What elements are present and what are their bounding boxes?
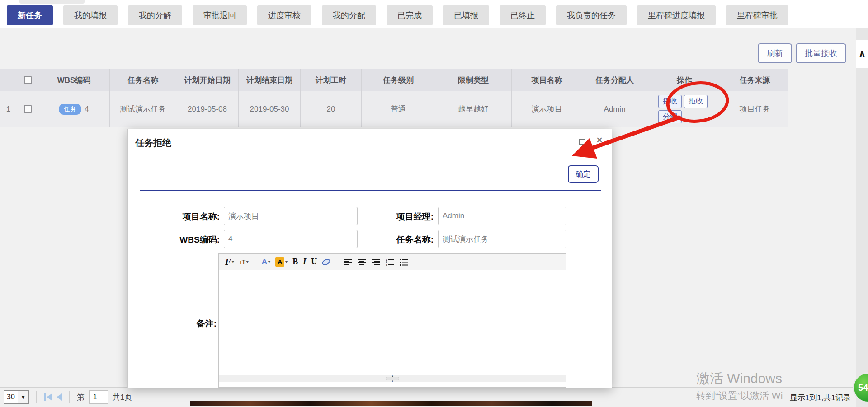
app-page: 新任务 我的填报 我的分解 审批退回 进度审核 我的分配 已完成 已填报 已终止… bbox=[0, 0, 868, 407]
row-checkbox[interactable] bbox=[24, 105, 32, 113]
first-page-icon bbox=[44, 393, 46, 401]
batch-accept-button[interactable]: 批量接收 bbox=[796, 43, 846, 63]
my-decompose-button[interactable]: 我的分解 bbox=[128, 5, 182, 25]
task-toolbar: 新任务 我的填报 我的分解 审批退回 进度审核 我的分配 已完成 已填报 已终止… bbox=[7, 5, 788, 25]
scroll-up-icon[interactable]: ∧ bbox=[856, 40, 868, 68]
first-page-button[interactable] bbox=[44, 393, 52, 401]
cell-source: 项目任务 bbox=[722, 91, 788, 127]
ordered-list-icon[interactable]: 123 bbox=[386, 258, 395, 266]
vertical-scrollbar[interactable]: ∧ bbox=[856, 28, 868, 407]
editor-toolbar: F▾ ᴛT▾ A▾ A▾ B I U bbox=[219, 254, 566, 270]
editor-resize-handle[interactable]: ▴ ▾ bbox=[219, 375, 566, 382]
table-header-row: WBS编码 任务名称 计划开始日期 计划结束日期 计划工时 任务级别 限制类型 … bbox=[0, 69, 788, 91]
header-project: 项目名称 bbox=[512, 69, 582, 91]
font-size-icon[interactable]: ᴛT▾ bbox=[239, 258, 249, 266]
prev-page-icon bbox=[57, 393, 62, 401]
remove-format-icon[interactable] bbox=[322, 259, 330, 265]
underline-icon[interactable]: U bbox=[311, 257, 317, 267]
windows-activation-hint: 转到“设置”以激活 Wi bbox=[696, 389, 783, 402]
page-number-input[interactable] bbox=[89, 390, 108, 404]
cell-constraint: 越早越好 bbox=[435, 91, 512, 127]
completed-button[interactable]: 已完成 bbox=[387, 5, 433, 25]
rich-text-editor: F▾ ᴛT▾ A▾ A▾ B I U bbox=[218, 253, 566, 388]
divider bbox=[69, 391, 70, 403]
accept-button[interactable]: 接收 bbox=[658, 95, 682, 108]
wbs-code-field[interactable] bbox=[224, 230, 358, 248]
header-ops: 操作 bbox=[647, 69, 722, 91]
confirm-button[interactable]: 确定 bbox=[568, 165, 599, 183]
header-source: 任务来源 bbox=[722, 69, 788, 91]
new-task-button[interactable]: 新任务 bbox=[7, 5, 53, 25]
header-checkbox-cell bbox=[17, 69, 38, 91]
project-name-field[interactable] bbox=[224, 207, 358, 225]
task-type-badge: 任务 bbox=[59, 104, 81, 115]
pagination-controls: 30 ▼ 第 共1页 bbox=[4, 390, 132, 404]
close-icon[interactable]: × bbox=[596, 135, 603, 145]
row-checkbox-cell bbox=[17, 91, 38, 127]
chevron-down-icon: ▼ bbox=[18, 391, 28, 403]
cut-off-button bbox=[19, 0, 85, 4]
row-number: 1 bbox=[0, 91, 17, 127]
unordered-list-icon[interactable] bbox=[400, 258, 409, 266]
resize-down-icon: ▾ bbox=[392, 380, 393, 382]
my-assignment-button[interactable]: 我的分配 bbox=[322, 5, 376, 25]
prev-page-button[interactable] bbox=[57, 393, 62, 401]
approval-return-button[interactable]: 审批退回 bbox=[193, 5, 247, 25]
header-constraint: 限制类型 bbox=[435, 69, 512, 91]
page-size-value: 30 bbox=[4, 391, 18, 403]
font-family-icon[interactable]: F▾ bbox=[225, 257, 234, 267]
milestone-progress-button[interactable]: 里程碑进度填报 bbox=[637, 5, 716, 25]
bold-icon[interactable]: B bbox=[292, 257, 298, 267]
align-left-icon[interactable] bbox=[344, 258, 353, 266]
text-color-icon[interactable]: A▾ bbox=[262, 257, 270, 267]
header-plan-hours: 计划工时 bbox=[301, 69, 362, 91]
header-assigner: 任务分配人 bbox=[582, 69, 647, 91]
records-summary: 显示1到1,共1记录 bbox=[790, 393, 851, 403]
task-name-label: 任务名称: bbox=[368, 234, 434, 246]
align-right-icon[interactable] bbox=[372, 258, 381, 266]
remark-editor-area[interactable] bbox=[219, 270, 566, 375]
svg-text:3: 3 bbox=[386, 263, 387, 266]
table-row: 1 任务 4 测试演示任务 2019-05-08 2019-05-30 20 普… bbox=[0, 91, 788, 127]
header-plan-end: 计划结束日期 bbox=[239, 69, 301, 91]
cell-task-name: 测试演示任务 bbox=[110, 91, 176, 127]
header-wbs: WBS编码 bbox=[38, 69, 110, 91]
project-manager-field[interactable] bbox=[438, 207, 566, 225]
page-prefix-label: 第 bbox=[77, 392, 85, 402]
header-plan-start: 计划开始日期 bbox=[176, 69, 239, 91]
align-center-icon[interactable] bbox=[358, 258, 367, 266]
terminated-button[interactable]: 已终止 bbox=[500, 5, 546, 25]
milestone-approval-button[interactable]: 里程碑审批 bbox=[726, 5, 788, 25]
reject-button[interactable]: 拒收 bbox=[684, 95, 708, 108]
wbs-code: 4 bbox=[85, 105, 89, 114]
project-name-label: 项目名称: bbox=[128, 211, 220, 223]
maximize-icon[interactable] bbox=[579, 139, 585, 145]
cell-ops: 接收 拒收 分解 bbox=[647, 91, 722, 127]
refresh-button[interactable]: 刷新 bbox=[758, 43, 792, 63]
row-actions: 接收 拒收 分解 bbox=[658, 95, 711, 123]
cell-task-level: 普通 bbox=[362, 91, 435, 127]
header-rownum bbox=[0, 69, 17, 91]
reported-button[interactable]: 已填报 bbox=[443, 5, 489, 25]
cell-plan-hours: 20 bbox=[301, 91, 362, 127]
page-size-select[interactable]: 30 ▼ bbox=[4, 390, 29, 404]
tab-underline bbox=[140, 190, 601, 191]
highlight-color-icon[interactable]: A▾ bbox=[275, 257, 288, 267]
italic-icon[interactable]: I bbox=[303, 257, 306, 267]
cell-assigner: Admin bbox=[582, 91, 647, 127]
task-table: WBS编码 任务名称 计划开始日期 计划结束日期 计划工时 任务级别 限制类型 … bbox=[0, 69, 788, 127]
task-reject-dialog: 任务拒绝 × 确定 项目名称: 项目经理: WBS编码: 任务名称: 备注: F… bbox=[127, 129, 612, 388]
decompose-button[interactable]: 分解 bbox=[658, 110, 682, 123]
my-report-button[interactable]: 我的填报 bbox=[63, 5, 118, 25]
select-all-checkbox[interactable] bbox=[24, 76, 32, 84]
background-strip bbox=[190, 401, 592, 406]
header-task-name: 任务名称 bbox=[110, 69, 176, 91]
page-total-label: 共1页 bbox=[113, 392, 132, 402]
task-name-field[interactable] bbox=[438, 230, 566, 248]
cell-plan-start: 2019-05-08 bbox=[176, 91, 239, 127]
my-responsible-tasks-button[interactable]: 我负责的任务 bbox=[556, 5, 627, 25]
project-manager-label: 项目经理: bbox=[368, 211, 434, 223]
divider bbox=[36, 391, 37, 403]
progress-review-button[interactable]: 进度审核 bbox=[257, 5, 311, 25]
windows-activation-watermark: 激活 Windows bbox=[696, 370, 782, 388]
